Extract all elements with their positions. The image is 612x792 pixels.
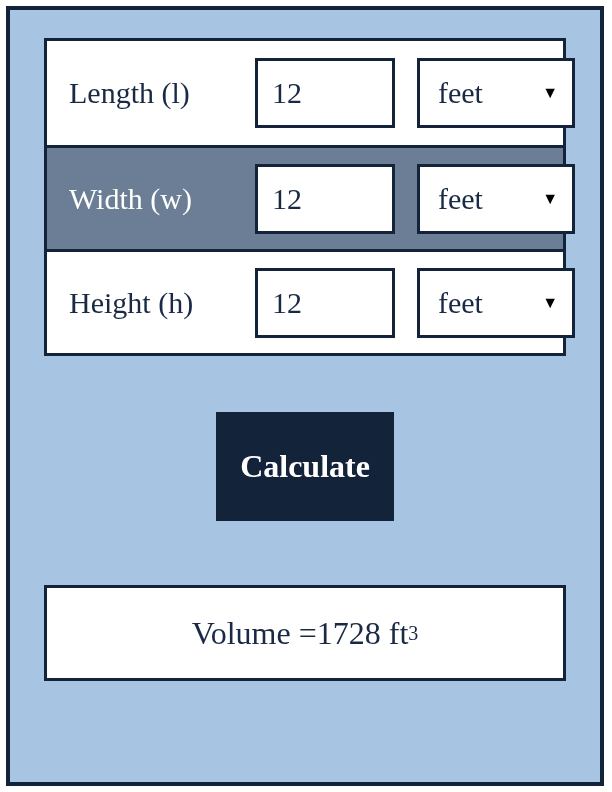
length-label: Length (l) xyxy=(65,76,233,110)
height-value: 12 xyxy=(272,286,302,320)
length-input[interactable]: 12 xyxy=(255,58,395,128)
width-value: 12 xyxy=(272,182,302,216)
calculate-wrap: Calculate xyxy=(44,412,566,521)
width-row: Width (w) 12 feet ▼ xyxy=(47,145,563,249)
height-input[interactable]: 12 xyxy=(255,268,395,338)
length-unit: feet xyxy=(438,76,483,110)
length-row: Length (l) 12 feet ▼ xyxy=(47,41,563,145)
height-unit-select[interactable]: feet ▼ xyxy=(417,268,575,338)
width-input[interactable]: 12 xyxy=(255,164,395,234)
result-value: 1728 xyxy=(317,615,381,652)
width-label: Width (w) xyxy=(65,182,233,216)
chevron-down-icon: ▼ xyxy=(542,295,558,311)
height-unit: feet xyxy=(438,286,483,320)
height-label: Height (h) xyxy=(65,286,233,320)
calculator-panel: Length (l) 12 feet ▼ Width (w) 12 feet ▼… xyxy=(6,6,604,786)
calculate-button[interactable]: Calculate xyxy=(216,412,394,521)
length-value: 12 xyxy=(272,76,302,110)
result-box: Volume = 1728 ft 3 xyxy=(44,585,566,681)
width-unit-select[interactable]: feet ▼ xyxy=(417,164,575,234)
result-prefix: Volume = xyxy=(192,615,317,652)
input-table: Length (l) 12 feet ▼ Width (w) 12 feet ▼… xyxy=(44,38,566,356)
result-unit: ft xyxy=(389,615,409,652)
result-exponent: 3 xyxy=(408,622,418,645)
length-unit-select[interactable]: feet ▼ xyxy=(417,58,575,128)
width-unit: feet xyxy=(438,182,483,216)
height-row: Height (h) 12 feet ▼ xyxy=(47,249,563,353)
chevron-down-icon: ▼ xyxy=(542,191,558,207)
chevron-down-icon: ▼ xyxy=(542,85,558,101)
